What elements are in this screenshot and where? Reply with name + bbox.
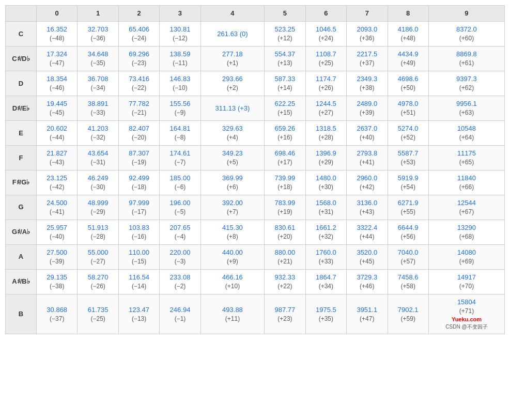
- octave-header-8: 8: [388, 6, 428, 22]
- freq-cell-r10-c7: 3729.3(+46): [347, 270, 388, 294]
- octave-header-2: 2: [118, 6, 159, 22]
- note-cell-G♯/A♭: G♯/A♭: [6, 220, 37, 245]
- semitone-value: (+31): [308, 208, 344, 216]
- note-cell-F: F: [6, 146, 37, 170]
- note-cell-D: D: [6, 71, 37, 96]
- semitone-value: (−41): [39, 208, 75, 216]
- freq-value: 174.61: [162, 149, 198, 158]
- freq-value: 554.37: [267, 50, 303, 59]
- freq-value: 261.63 (0): [203, 29, 262, 39]
- freq-value: 523.25: [267, 25, 303, 34]
- freq-value: 1396.9: [308, 149, 344, 158]
- semitone-value: (−29): [80, 208, 116, 216]
- freq-value: 30.868: [39, 305, 75, 315]
- freq-value: 1108.7: [308, 50, 344, 59]
- freq-cell-r11-c8: 7902.1(+59): [388, 294, 428, 334]
- freq-value: 880.00: [267, 248, 303, 257]
- semitone-value: (+66): [431, 183, 502, 192]
- freq-value: 11175: [431, 149, 502, 158]
- semitone-value: (−6): [162, 183, 198, 192]
- freq-cell-r4-c4: 329.63(+4): [200, 121, 265, 146]
- freq-cell-r1-c0: 17.324(−47): [37, 46, 78, 71]
- freq-cell-r6-c6: 1480.0(+30): [305, 170, 346, 195]
- freq-value: 138.59: [162, 50, 198, 59]
- semitone-value: (−11): [162, 59, 198, 68]
- semitone-value: (+42): [349, 183, 385, 192]
- semitone-value: (+55): [390, 208, 426, 216]
- freq-value: 55.000: [80, 248, 116, 257]
- freq-cell-r10-c5: 932.33(+22): [265, 270, 305, 294]
- freq-cell-r8-c6: 1661.2(+32): [305, 220, 346, 245]
- semitone-value: (+21): [267, 257, 303, 266]
- freq-value: 46.249: [80, 174, 116, 183]
- semitone-value: (+49): [390, 59, 426, 68]
- freq-value: 8869.8: [431, 50, 502, 59]
- freq-cell-r1-c1: 34.648(−35): [78, 46, 118, 71]
- freq-value: 13290: [431, 223, 502, 232]
- semitone-value: (−25): [80, 315, 116, 323]
- freq-cell-r3-c1: 38.891(−33): [78, 96, 118, 121]
- semitone-value: (−10): [162, 84, 198, 92]
- freq-value: 3729.3: [349, 273, 385, 282]
- freq-cell-r6-c8: 5919.9(+54): [388, 170, 428, 195]
- freq-value: 1864.7: [308, 273, 344, 282]
- freq-value: 277.18: [203, 50, 262, 59]
- freq-value: 185.00: [162, 174, 198, 183]
- semitone-value: (+16): [267, 133, 303, 142]
- freq-value: 65.406: [121, 25, 157, 34]
- freq-value: 51.913: [80, 223, 116, 232]
- semitone-value: (−42): [39, 183, 75, 192]
- freq-cell-r6-c5: 739.99(+18): [265, 170, 305, 195]
- freq-cell-r5-c3: 174.61(−7): [160, 146, 200, 170]
- freq-cell-r10-c8: 7458.6(+58): [388, 270, 428, 294]
- freq-value: 7902.1: [390, 305, 426, 315]
- octave-header-0: 0: [37, 6, 78, 22]
- freq-value: 6271.9: [390, 198, 426, 208]
- freq-value: 1760.0: [308, 248, 344, 257]
- table-row: E20.602(−44)41.203(−32)82.407(−20)164.81…: [6, 121, 505, 146]
- freq-value: 369.99: [203, 174, 262, 183]
- semitone-value: (+23): [267, 315, 303, 323]
- freq-cell-r7-c3: 196.00(−5): [160, 195, 200, 220]
- corner-header: [6, 6, 37, 22]
- freq-cell-r1-c3: 138.59(−11): [160, 46, 200, 71]
- table-row: D18.354(−46)36.708(−34)73.416(−22)146.83…: [6, 71, 505, 96]
- freq-cell-r8-c3: 207.65(−4): [160, 220, 200, 245]
- table-row: D♯/E♭19.445(−45)38.891(−33)77.782(−21)15…: [6, 96, 505, 121]
- freq-cell-r0-c1: 32.703(−36): [78, 22, 118, 46]
- freq-value: 5274.0: [390, 124, 426, 133]
- freq-cell-r2-c2: 73.416(−22): [118, 71, 159, 96]
- freq-value: 233.08: [162, 273, 198, 282]
- semitone-value: (+38): [349, 84, 385, 92]
- freq-cell-r10-c2: 116.54(−14): [118, 270, 159, 294]
- semitone-value: (−3): [162, 257, 198, 266]
- freq-cell-r4-c6: 1318.5(+28): [305, 121, 346, 146]
- table-row: F21.827(−43)43.654(−31)87.307(−19)174.61…: [6, 146, 505, 170]
- freq-value: 6644.9: [390, 223, 426, 232]
- freq-value: 61.735: [80, 305, 116, 315]
- semitone-value: (−17): [121, 208, 157, 216]
- freq-cell-r7-c4: 392.00(+7): [200, 195, 265, 220]
- freq-cell-r3-c8: 4978.0(+51): [388, 96, 428, 121]
- semitone-value: (−47): [39, 59, 75, 68]
- semitone-value: (−46): [39, 84, 75, 92]
- freq-value: 77.782: [121, 99, 157, 108]
- freq-cell-r11-c7: 3951.1(+47): [347, 294, 388, 334]
- freq-value: 14080: [431, 248, 502, 257]
- semitone-value: (−21): [121, 108, 157, 117]
- freq-value: 97.999: [121, 198, 157, 208]
- freq-cell-r11-c1: 61.735(−25): [78, 294, 118, 334]
- freq-value: 349.23: [203, 149, 262, 158]
- freq-value: 246.94: [162, 305, 198, 315]
- freq-value: 293.66: [203, 74, 262, 84]
- semitone-value: (−44): [39, 133, 75, 142]
- freq-value: 3520.0: [349, 248, 385, 257]
- freq-value: 2489.0: [349, 99, 385, 108]
- semitone-value: (+44): [349, 232, 385, 241]
- freq-cell-r9-c4: 440.00(+9): [200, 245, 265, 270]
- semitone-value: (−7): [162, 158, 198, 167]
- freq-value: 1975.5: [308, 305, 344, 315]
- freq-cell-r7-c5: 783.99(+19): [265, 195, 305, 220]
- table-row: A27.500(−39)55.000(−27)110.00(−15)220.00…: [6, 245, 505, 270]
- freq-cell-r2-c3: 146.83(−10): [160, 71, 200, 96]
